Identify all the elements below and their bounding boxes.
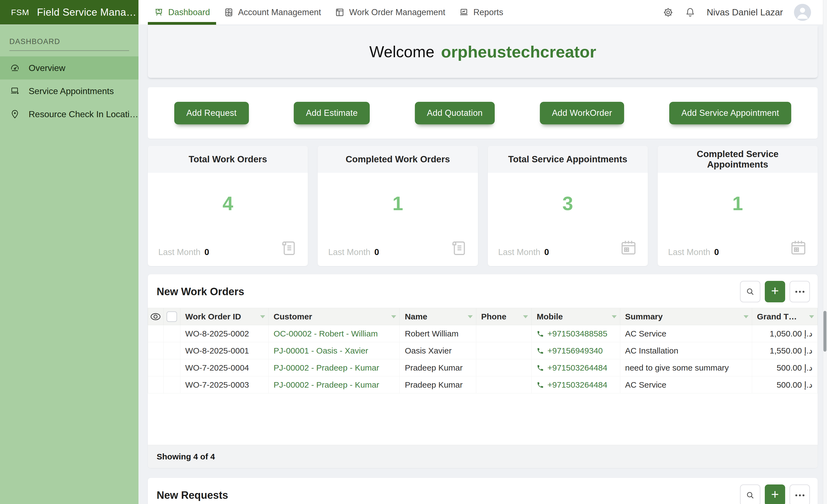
notifications-bell-icon[interactable] [685,7,696,18]
last-month-label: Last Month [328,247,370,257]
grand-total-cell: 1,550.00 د.إ [752,342,817,359]
table-empty-space [148,393,818,445]
settings-gear-icon[interactable] [663,7,674,18]
add-icon[interactable]: + [765,485,785,504]
customer-name: Pradeep Kumar [400,376,476,393]
search-icon[interactable] [740,281,761,302]
stat-card-total-service-appointments: Total Service Appointments 3 Last Month0 [488,146,648,266]
mobile-link[interactable]: +971503488585 [532,325,620,342]
column-header-grand-total[interactable]: Grand T… [752,308,817,325]
customer-link[interactable]: PJ-00002 - Pradeep - Kumar [269,359,400,376]
stat-title: Total Service Appointments [488,146,648,173]
search-icon[interactable] [740,485,761,504]
sidebar-item-label: Resource Check In Locati… [29,109,138,119]
report-chart-icon [459,7,469,17]
scroll-icon [449,238,468,257]
topbar-right: Nivas Daniel Lazar [663,0,827,24]
quick-actions: Add Request Add Estimate Add Quotation A… [148,87,818,138]
last-month-value: 0 [714,247,719,257]
scrollbar-thumb[interactable] [823,311,826,351]
column-header-work-order-id[interactable]: Work Order ID [180,308,269,325]
sidebar: DASHBOARD Overview Service Appointments … [0,25,139,504]
customer-link[interactable]: PJ-00002 - Pradeep - Kumar [269,376,400,393]
sidebar-section-label: DASHBOARD [9,38,129,46]
sidebar-item-service-appointments[interactable]: Service Appointments [0,79,139,103]
more-icon[interactable] [789,281,810,302]
table-row[interactable]: WO-7-2025-0003 PJ-00002 - Pradeep - Kuma… [148,376,818,393]
welcome-prefix: Welcome [369,43,434,61]
table-header-row: Work Order ID Customer Name Phone Mobile… [148,308,818,325]
tab-work-order-management[interactable]: Work Order Management [335,0,445,24]
sidebar-item-resource-check-in[interactable]: Resource Check In Locati… [0,103,139,126]
user-name[interactable]: Nivas Daniel Lazar [707,7,783,18]
add-estimate-button[interactable]: Add Estimate [294,102,370,124]
welcome-banner: Welcome orpheustechcreator [148,25,818,78]
last-month-label: Last Month [158,247,200,257]
add-service-appointment-button[interactable]: Add Service Appointment [669,102,791,124]
stat-value: 1 [658,192,818,215]
tab-reports[interactable]: Reports [459,0,503,24]
stat-cards: Total Work Orders 4 Last Month0 Complete… [148,146,818,266]
last-month-label: Last Month [668,247,710,257]
sidebar-item-overview[interactable]: Overview [0,56,139,79]
phone-icon [537,330,544,338]
add-quotation-button[interactable]: Add Quotation [415,102,495,124]
tab-dashboard[interactable]: Dashboard [154,0,210,24]
last-month-value: 0 [204,247,209,257]
tab-label: Dashboard [168,7,210,17]
customer-link[interactable]: PJ-00001 - Oasis - Xavier [269,342,400,359]
top-bar: FSM Field Service Mana… Dashboard Accoun… [0,0,827,25]
customer-link[interactable]: OC-00002 - Robert - William [269,325,400,342]
last-month-value: 0 [375,247,379,257]
more-icon[interactable] [789,485,810,504]
add-request-button[interactable]: Add Request [174,102,249,124]
mobile-link[interactable]: +971503264484 [532,376,620,393]
summary-cell: AC Service [620,325,752,342]
scroll-icon [279,238,298,257]
mobile-link[interactable]: +971503264484 [532,359,620,376]
mobile-link[interactable]: +97156949340 [532,342,620,359]
last-month-value: 0 [544,247,549,257]
top-nav: Dashboard Account Management Work Order … [139,0,503,24]
new-requests-panel: New Requests + [148,478,818,504]
tab-account-management[interactable]: Account Management [224,0,321,24]
column-header-mobile[interactable]: Mobile [532,308,620,325]
tab-label: Work Order Management [349,7,445,17]
column-header-customer[interactable]: Customer [269,308,400,325]
sort-icon[interactable] [260,315,265,318]
customer-name: Robert William [400,325,476,342]
grand-total-cell: 1,050.00 د.إ [752,325,817,342]
stat-value: 3 [488,192,648,215]
sort-icon[interactable] [612,315,617,318]
grand-total-cell: 500.00 د.إ [752,359,817,376]
new-requests-toolbar: + [740,485,810,504]
user-avatar[interactable] [794,4,811,21]
location-pin-plus-icon [10,109,20,119]
scrollbar-track [823,0,827,504]
sort-icon[interactable] [468,315,473,318]
add-icon[interactable]: + [765,281,785,302]
table-row[interactable]: WO-7-2025-0004 PJ-00002 - Pradeep - Kuma… [148,359,818,376]
customer-name: Oasis Xavier [400,342,476,359]
table-row[interactable]: WO-8-2025-0001 PJ-00001 - Oasis - Xavier… [148,342,818,359]
main-content: Welcome orpheustechcreator Add Request A… [139,25,827,504]
calendar-icon [619,238,638,257]
work-order-id: WO-7-2025-0004 [180,359,269,376]
sort-icon[interactable] [809,315,814,318]
column-header-name[interactable]: Name [400,308,476,325]
sort-icon[interactable] [743,315,748,318]
stat-value: 1 [318,192,478,215]
visibility-eye-icon[interactable] [148,308,163,325]
laptop-plus-icon [10,86,20,96]
stat-card-completed-service-appointments: Completed Service Appointments 1 Last Mo… [658,146,818,266]
column-header-phone[interactable]: Phone [476,308,532,325]
add-workorder-button[interactable]: Add WorkOrder [540,102,624,124]
sort-icon[interactable] [523,315,528,318]
phone-cell [476,376,532,393]
column-header-summary[interactable]: Summary [620,308,752,325]
kanban-icon [335,7,345,17]
table-footer: Showing 4 of 4 [148,445,818,468]
select-all-checkbox[interactable] [166,312,177,322]
table-row[interactable]: WO-8-2025-0002 OC-00002 - Robert - Willi… [148,325,818,342]
sort-icon[interactable] [391,315,396,318]
